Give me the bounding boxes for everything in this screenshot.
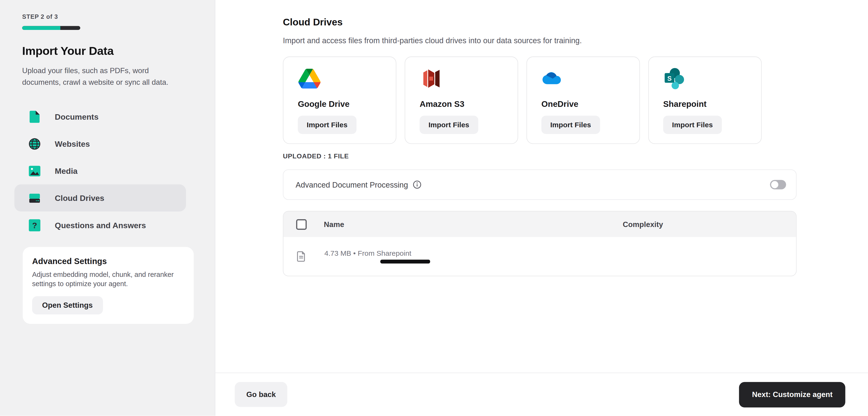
wizard-title: Import Your Data xyxy=(22,44,193,58)
import-files-button-amazon-s3[interactable]: Import Files xyxy=(420,116,478,134)
advanced-document-processing-label: Advanced Document Processing xyxy=(296,180,422,189)
file-details: 4.73 MB • From Sharepoint xyxy=(324,249,430,258)
provider-cards: Google Drive Import Files Amazon S3 xyxy=(283,57,797,144)
file-icon xyxy=(296,251,306,262)
advanced-processing-toggle[interactable] xyxy=(770,180,786,189)
import-files-button-google-drive[interactable]: Import Files xyxy=(298,116,356,134)
uploaded-files-table: Name Complexity 4.73 MB • From Sharepoin… xyxy=(283,211,797,276)
sidebar-item-websites[interactable]: Websites xyxy=(14,130,186,157)
select-all-checkbox[interactable] xyxy=(296,219,307,229)
svg-text:?: ? xyxy=(32,220,37,230)
provider-name: OneDrive xyxy=(541,99,639,109)
page-subtitle: Import and access files from third-parti… xyxy=(283,36,797,45)
next-customize-agent-button[interactable]: Next: Customize agent xyxy=(739,382,845,407)
amazon-s3-icon xyxy=(420,67,443,90)
provider-card-amazon-s3: Amazon S3 Import Files xyxy=(405,57,518,144)
provider-card-google-drive: Google Drive Import Files xyxy=(283,57,396,144)
document-icon xyxy=(29,111,40,122)
svg-text:S: S xyxy=(668,75,672,82)
step-indicator: STEP 2 of 3 xyxy=(22,13,193,20)
provider-card-onedrive: OneDrive Import Files xyxy=(526,57,640,144)
import-files-button-onedrive[interactable]: Import Files xyxy=(541,116,600,134)
advanced-settings-card: Advanced Settings Adjust embedding model… xyxy=(23,247,194,324)
provider-name: Sharepoint xyxy=(663,99,761,109)
sidebar-item-label: Websites xyxy=(55,139,90,148)
main-panel: Cloud Drives Import and access files fro… xyxy=(215,0,868,416)
sharepoint-icon: S xyxy=(663,67,686,90)
table-row[interactable]: 4.73 MB • From Sharepoint xyxy=(283,237,796,276)
globe-icon xyxy=(29,138,40,150)
provider-name: Amazon S3 xyxy=(420,99,518,109)
sidebar: STEP 2 of 3 Import Your Data Upload your… xyxy=(0,0,215,416)
question-icon: ? xyxy=(29,219,40,231)
go-back-button[interactable]: Go back xyxy=(235,382,287,407)
data-source-nav: Documents Websites Media Cloud Drives xyxy=(14,103,186,239)
column-header-complexity: Complexity xyxy=(623,220,663,229)
table-header-row: Name Complexity xyxy=(283,212,796,237)
sidebar-item-label: Media xyxy=(55,167,78,175)
sidebar-item-label: Documents xyxy=(55,112,98,121)
import-files-button-sharepoint[interactable]: Import Files xyxy=(663,116,721,134)
advanced-settings-title: Advanced Settings xyxy=(32,257,185,266)
advanced-document-processing-row: Advanced Document Processing xyxy=(283,169,797,200)
progress-bar-fill xyxy=(22,26,61,30)
advanced-settings-description: Adjust embedding model, chunk, and reran… xyxy=(32,270,185,289)
open-settings-button[interactable]: Open Settings xyxy=(32,296,102,315)
progress-bar xyxy=(22,26,80,30)
sidebar-item-label: Cloud Drives xyxy=(55,194,104,202)
toggle-knob xyxy=(771,181,778,188)
sidebar-item-media[interactable]: Media xyxy=(14,157,186,184)
sidebar-item-questions-and-answers[interactable]: ? Questions and Answers xyxy=(14,212,186,239)
onedrive-icon xyxy=(541,67,565,90)
wizard-description: Upload your files, such as PDFs, word do… xyxy=(22,65,174,88)
file-info: 4.73 MB • From Sharepoint xyxy=(324,249,430,264)
uploaded-count-label: UPLOADED : 1 FILE xyxy=(283,152,797,160)
screen: STEP 2 of 3 Import Your Data Upload your… xyxy=(0,0,868,416)
advanced-document-processing-text: Advanced Document Processing xyxy=(296,180,408,189)
redacted-file-name xyxy=(380,260,430,264)
sidebar-item-cloud-drives[interactable]: Cloud Drives xyxy=(14,184,186,211)
hard-drive-icon xyxy=(29,192,40,204)
provider-card-sharepoint: S Sharepoint Import Files xyxy=(648,57,762,144)
import-data-wizard: STEP 2 of 3 Import Your Data Upload your… xyxy=(0,0,868,416)
sidebar-item-label: Questions and Answers xyxy=(55,220,146,229)
wizard-footer: Go back Next: Customize agent xyxy=(215,373,868,416)
sidebar-item-documents[interactable]: Documents xyxy=(14,103,186,130)
media-icon xyxy=(29,165,40,177)
column-header-name: Name xyxy=(324,220,344,229)
provider-name: Google Drive xyxy=(298,99,396,109)
google-drive-icon xyxy=(298,67,321,90)
info-icon[interactable] xyxy=(413,180,422,189)
page-title: Cloud Drives xyxy=(283,17,797,28)
